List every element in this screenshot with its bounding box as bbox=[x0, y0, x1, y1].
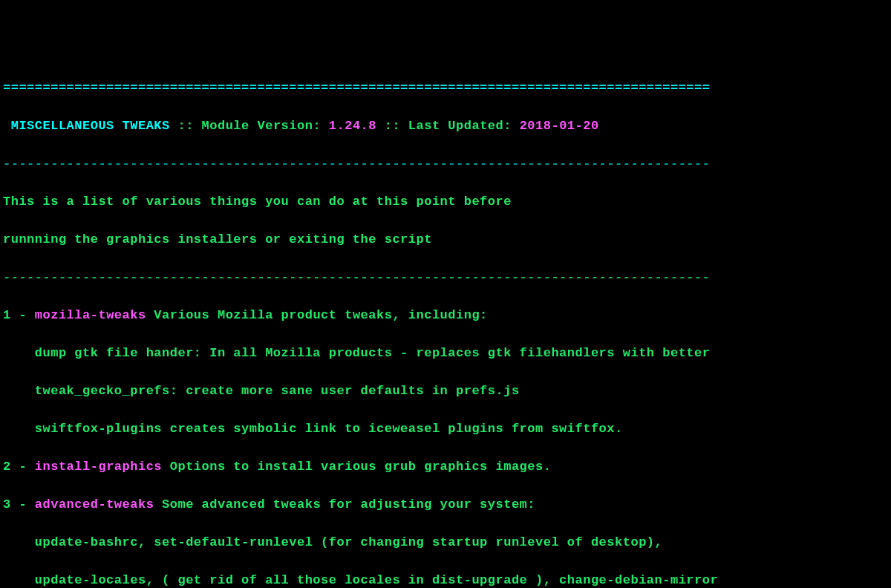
sep: :: bbox=[376, 119, 408, 133]
option-1-sub: tweak_gecko_prefs: create more sane user… bbox=[3, 382, 888, 401]
updated-label: Last Updated: bbox=[408, 119, 520, 133]
option-desc: Some advanced tweaks for adjusting your … bbox=[154, 497, 535, 512]
option-desc: Options to install various grub graphics… bbox=[162, 460, 551, 474]
version-value: 1.24.8 bbox=[329, 119, 376, 133]
option-3-sub: update-bashrc, set-default-runlevel (for… bbox=[3, 533, 888, 552]
intro-line-2: runnning the graphics installers or exit… bbox=[3, 230, 888, 249]
option-2[interactable]: 2 - install-graphics Options to install … bbox=[3, 457, 888, 477]
module-title: MISCELLANEOUS TWEAKS bbox=[3, 119, 170, 133]
option-number: 2 bbox=[3, 460, 11, 474]
option-name: install-graphics bbox=[35, 460, 162, 474]
option-name: advanced-tweaks bbox=[35, 497, 154, 512]
option-3[interactable]: 3 - advanced-tweaks Some advanced tweaks… bbox=[3, 495, 888, 514]
option-number: 3 bbox=[3, 497, 11, 512]
updated-value: 2018-01-20 bbox=[520, 119, 599, 133]
top-rule: ========================================… bbox=[3, 79, 888, 98]
rule: ----------------------------------------… bbox=[3, 268, 888, 287]
intro-line-1: This is a list of various things you can… bbox=[3, 192, 888, 212]
option-1-sub: swiftfox-plugins creates symbolic link t… bbox=[3, 419, 888, 439]
option-1-sub: dump gtk file hander: In all Mozilla pro… bbox=[3, 344, 888, 363]
version-label: Module Version: bbox=[202, 119, 329, 133]
header-line: MISCELLANEOUS TWEAKS :: Module Version: … bbox=[3, 117, 888, 136]
option-name: mozilla-tweaks bbox=[35, 308, 146, 322]
dash: - bbox=[11, 460, 35, 474]
option-1[interactable]: 1 - mozilla-tweaks Various Mozilla produ… bbox=[3, 306, 888, 325]
dash: - bbox=[11, 497, 35, 512]
option-number: 1 bbox=[3, 308, 11, 322]
option-3-sub: update-locales, ( get rid of all those l… bbox=[3, 571, 888, 588]
sep: :: bbox=[170, 119, 202, 133]
dash: - bbox=[11, 308, 35, 322]
option-desc: Various Mozilla product tweaks, includin… bbox=[146, 308, 488, 322]
rule: ----------------------------------------… bbox=[3, 154, 888, 174]
